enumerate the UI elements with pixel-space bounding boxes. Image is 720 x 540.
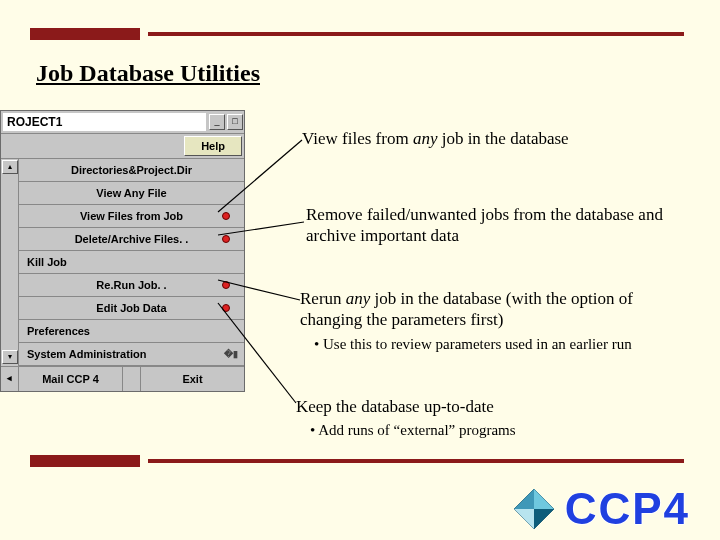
- window-title: ROJECT1: [3, 113, 206, 131]
- scroll-left-icon[interactable]: ◂: [1, 367, 19, 391]
- divider: [123, 367, 141, 391]
- menu-item-label: Delete/Archive Files. .: [75, 233, 189, 245]
- menu-item-edit-job-data[interactable]: Edit Job Data: [19, 297, 244, 320]
- menu-item-delete-archive[interactable]: Delete/Archive Files. .: [19, 228, 244, 251]
- menu-item-view-any-file[interactable]: View Any File: [19, 182, 244, 205]
- note-rerun: Rerun any job in the database (with the …: [300, 288, 680, 353]
- mail-ccp4-button[interactable]: Mail CCP 4: [19, 367, 123, 391]
- note-keep-uptodate-sub: • Add runs of “external” programs: [310, 421, 676, 440]
- page-title: Job Database Utilities: [36, 60, 260, 87]
- ccp4-logo: CCP4: [511, 484, 690, 534]
- top-accent-bar-left: [30, 28, 140, 40]
- menu-item-label: Re.Run Job. .: [96, 279, 166, 291]
- menu-item-directories[interactable]: Directories&Project.Dir: [19, 159, 244, 182]
- exit-button[interactable]: Exit: [141, 367, 244, 391]
- scroll-down-icon[interactable]: ▾: [2, 350, 18, 364]
- menu-item-preferences[interactable]: Preferences: [19, 320, 244, 343]
- menu-footer: ◂ Mail CCP 4 Exit: [1, 366, 244, 391]
- callout-dot-icon: [222, 212, 230, 220]
- diamond-icon: [511, 486, 557, 532]
- top-accent-bar-right: [148, 32, 684, 36]
- menu-item-view-files-from-job[interactable]: View Files from Job: [19, 205, 244, 228]
- note-view-files: View files from any job in the database: [302, 128, 682, 149]
- bottom-accent-bar-left: [30, 455, 140, 467]
- menu-item-label: System Administration: [27, 348, 146, 360]
- utilities-menu-window: ROJECT1 _ □ Help ▴ ▾ Directories&Project…: [0, 110, 245, 392]
- window-titlebar: ROJECT1 _ □: [1, 111, 244, 134]
- menu-item-kill-job[interactable]: Kill Job: [19, 251, 244, 274]
- note-keep-uptodate: Keep the database up-to-date • Add runs …: [296, 396, 676, 440]
- menu-item-rerun-job[interactable]: Re.Run Job. .: [19, 274, 244, 297]
- menu-item-label: Edit Job Data: [96, 302, 166, 314]
- bottom-accent-bar-right: [148, 459, 684, 463]
- callout-dot-icon: [222, 304, 230, 312]
- callout-dot-icon: [222, 281, 230, 289]
- scroll-up-icon[interactable]: ▴: [2, 160, 18, 174]
- menu-item-system-admin[interactable]: System Administration �▮: [19, 343, 244, 366]
- note-rerun-sub: • Use this to review parameters used in …: [314, 335, 680, 354]
- menu-item-label: View Files from Job: [80, 210, 183, 222]
- minimize-button[interactable]: _: [209, 114, 225, 130]
- left-scrollbar[interactable]: ▴ ▾: [1, 159, 19, 366]
- logo-text: CCP4: [565, 484, 690, 534]
- help-button[interactable]: Help: [184, 136, 242, 156]
- callout-dot-icon: [222, 235, 230, 243]
- maximize-button[interactable]: □: [227, 114, 243, 130]
- submenu-indicator-icon: �▮: [224, 349, 238, 359]
- note-remove-jobs: Remove failed/unwanted jobs from the dat…: [306, 204, 686, 247]
